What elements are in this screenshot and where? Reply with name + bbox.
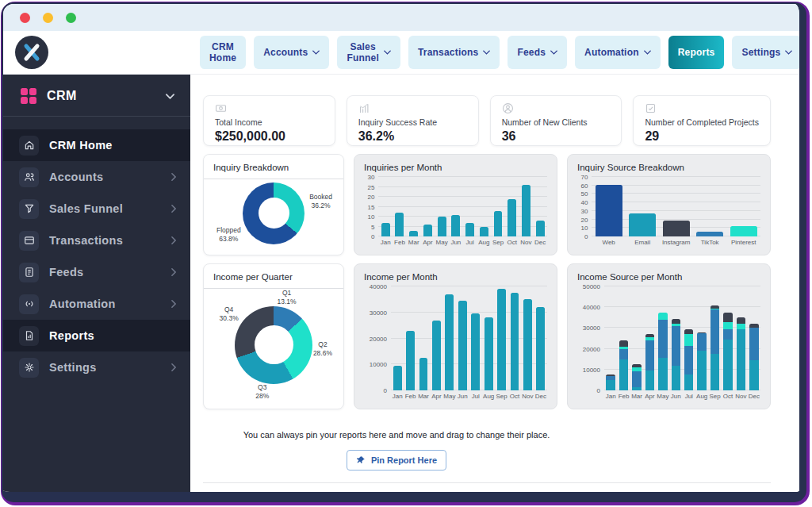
slice-label-flopped: Flopped63.8% xyxy=(216,226,241,244)
stacked-bar[interactable] xyxy=(632,364,641,390)
bar-column-instagram: Instagram xyxy=(659,177,693,236)
bar-web[interactable] xyxy=(596,185,622,236)
bar-may[interactable] xyxy=(438,217,446,236)
stacked-bar[interactable] xyxy=(684,329,693,390)
bar-tiktok[interactable] xyxy=(696,232,723,236)
chart-card-income-per-month[interactable]: Income per Month010000200003000040000Jan… xyxy=(354,263,557,409)
bar-apr[interactable] xyxy=(423,225,432,236)
topnav-tab-reports[interactable]: Reports xyxy=(668,36,725,69)
bar-sep[interactable] xyxy=(497,289,506,390)
stacked-bar[interactable] xyxy=(710,305,719,390)
bar-oct[interactable] xyxy=(508,199,516,237)
bar-instagram[interactable] xyxy=(663,221,690,236)
bar-mar[interactable] xyxy=(419,358,428,390)
bar-feb[interactable] xyxy=(395,213,404,236)
topnav-tab-transactions[interactable]: Transactions xyxy=(408,36,500,69)
slice-label-q2: Q228.6% xyxy=(313,340,332,358)
sidebar-item-reports[interactable]: Reports xyxy=(3,320,190,351)
topnav-tab-crm-home[interactable]: CRM Home xyxy=(200,36,246,69)
bar-jul[interactable] xyxy=(471,313,480,390)
chart-card-inquiry-breakdown[interactable]: Inquiry BreakdownBooked36.2%Flopped63.8% xyxy=(203,154,344,255)
chart-card-income-per-quarter[interactable]: Income per QuarterQ113.1%Q228.6%Q328%Q43… xyxy=(203,263,344,409)
bar-jan[interactable] xyxy=(381,223,390,237)
titlebar xyxy=(3,4,799,31)
stacked-bar[interactable] xyxy=(658,313,667,390)
minimize-window-button[interactable] xyxy=(43,13,53,23)
bar-column-may: May xyxy=(435,177,449,236)
bar-sep[interactable] xyxy=(494,211,503,237)
bar-column-jun: Jun xyxy=(669,286,682,390)
sidebar-item-feeds[interactable]: Feeds xyxy=(3,256,190,288)
chart-card-inquiry-source-breakdown[interactable]: Inquiry Source Breakdown010203040506070W… xyxy=(567,154,771,255)
y-tick-label: 40 xyxy=(580,199,588,206)
topnav-tab-sales-funnel[interactable]: Sales Funnel xyxy=(337,36,400,69)
bar-dec[interactable] xyxy=(536,307,545,390)
stacked-bar[interactable] xyxy=(737,317,745,390)
topnav-tab-accounts[interactable]: Accounts xyxy=(254,36,329,69)
chart-card-income-source-per-month[interactable]: Income Source per Month01000020000300004… xyxy=(567,263,771,409)
stacked-bar[interactable] xyxy=(697,332,706,390)
bar-column-jul: Jul xyxy=(469,286,482,390)
bar-pinterest[interactable] xyxy=(730,226,757,236)
chart-card-inquiries-per-month[interactable]: Inquiries per Month051015202530JanFebMar… xyxy=(354,154,557,255)
stacked-bar[interactable] xyxy=(723,313,732,390)
bar-mar[interactable] xyxy=(409,231,418,237)
bar-segment-blue xyxy=(645,340,654,371)
donut-income-per-quarter[interactable] xyxy=(235,306,312,384)
sidebar-crm-header[interactable]: CRM xyxy=(3,75,190,117)
sidebar-item-sales-funnel[interactable]: Sales Funnel xyxy=(3,193,190,225)
bar-jul[interactable] xyxy=(465,223,474,237)
stacked-bar[interactable] xyxy=(645,334,654,390)
slice-name: Q3 xyxy=(255,383,269,392)
app-logo[interactable] xyxy=(15,36,48,69)
bar-jan[interactable] xyxy=(393,366,402,390)
chart-title: Income per Quarter xyxy=(204,272,343,289)
topnav-tab-settings[interactable]: Settings xyxy=(732,36,802,69)
y-tick-label: 40000 xyxy=(370,283,387,290)
pin-report-button[interactable]: Pin Report Here xyxy=(347,450,446,471)
maximize-window-button[interactable] xyxy=(66,13,76,23)
topnav-tab-feeds[interactable]: Feeds xyxy=(508,36,567,69)
bar-nov[interactable] xyxy=(522,185,530,236)
stacked-bar[interactable] xyxy=(672,319,680,390)
bars: JanFebMarAprMayJunJulAugSepOctNovDec xyxy=(604,286,760,390)
bars: JanFebMarAprMayJunJulAugSepOctNovDec xyxy=(391,286,547,390)
sidebar-item-automation[interactable]: Automation xyxy=(3,288,190,320)
pin-icon xyxy=(356,455,366,465)
y-tick-label: 20000 xyxy=(370,335,387,342)
stacked-bar[interactable] xyxy=(619,340,628,390)
bar-segment-cyan xyxy=(684,334,693,345)
y-tick-label: 15 xyxy=(367,203,374,210)
bar-column-sep: Sep xyxy=(495,286,508,390)
y-tick-label: 5 xyxy=(371,223,374,230)
bar-segment-teal xyxy=(632,387,641,390)
sidebar-item-transactions[interactable]: Transactions xyxy=(3,225,190,256)
bar-column-jun: Jun xyxy=(456,286,469,390)
bar-jun[interactable] xyxy=(458,301,467,390)
sidebar-item-accounts[interactable]: Accounts xyxy=(3,161,190,193)
sidebar-item-crm-home[interactable]: CRM Home xyxy=(3,129,190,161)
topnav-tab-automation[interactable]: Automation xyxy=(575,36,661,69)
bar-apr[interactable] xyxy=(432,321,441,390)
bar-column-apr: Apr xyxy=(430,286,442,390)
bar-column-apr: Apr xyxy=(421,177,435,236)
close-window-button[interactable] xyxy=(20,13,30,23)
bar-column-mar: Mar xyxy=(630,286,643,390)
bar-email[interactable] xyxy=(629,213,656,236)
bar-segment-teal xyxy=(684,374,693,390)
bar-nov[interactable] xyxy=(523,299,532,390)
stacked-bar[interactable] xyxy=(606,374,615,390)
bar-may[interactable] xyxy=(445,294,454,390)
bar-aug[interactable] xyxy=(485,317,493,390)
bar-dec[interactable] xyxy=(536,221,545,236)
y-tick-label: 30 xyxy=(367,174,374,181)
stacked-bar[interactable] xyxy=(749,324,758,390)
bar-aug[interactable] xyxy=(480,227,488,237)
bar-feb[interactable] xyxy=(406,331,415,390)
sidebar-item-settings[interactable]: Settings xyxy=(3,351,190,383)
bar-jun[interactable] xyxy=(451,215,460,237)
bar-segment-teal xyxy=(749,360,758,390)
slice-name: Q2 xyxy=(313,340,332,349)
bar-oct[interactable] xyxy=(511,293,519,390)
donut-inquiry-breakdown[interactable] xyxy=(243,182,304,244)
